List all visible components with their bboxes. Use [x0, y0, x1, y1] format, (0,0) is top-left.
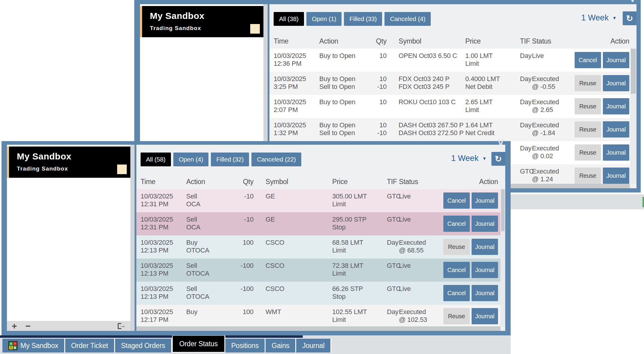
cell-line: 10/03/2025 — [141, 192, 186, 200]
cell-line: CSCO — [266, 239, 325, 247]
cell-status: Executed@ -0.55 — [530, 72, 574, 95]
cell-tif: Day — [380, 305, 396, 326]
journal-button[interactable]: Journal — [603, 168, 629, 184]
tab-order-status[interactable]: Order Status — [172, 335, 225, 352]
table-row: 10/03/20253:25 PMBuy to OpenSell to Open… — [269, 72, 636, 95]
period-dropdown[interactable]: 1 Week ▼ — [581, 13, 617, 23]
cancel-button[interactable]: Cancel — [443, 192, 470, 209]
reuse-button[interactable]: Reuse — [575, 98, 601, 114]
cell-line: Limit — [465, 60, 513, 68]
filter-filled[interactable]: Filled (32) — [211, 153, 249, 166]
filter-canceled[interactable]: Canceled (22) — [251, 153, 301, 166]
column-header-action: Action — [319, 33, 371, 49]
vertical-scrollbar[interactable] — [500, 189, 505, 326]
journal-button[interactable]: Journal — [603, 144, 629, 161]
cell-line: Live — [399, 192, 441, 200]
cell-line: 10/03/2025 — [141, 262, 186, 270]
cell-line: Live — [399, 262, 441, 270]
period-dropdown[interactable]: 1 Week ▼ — [451, 154, 487, 163]
cell-qty: -100 — [238, 259, 254, 282]
icon-cell: ▮ — [13, 346, 17, 350]
journal-button[interactable]: Journal — [603, 75, 629, 91]
cell-line: 305.00 LMT — [332, 192, 380, 200]
reuse-button[interactable]: Reuse — [443, 308, 470, 324]
cell-sym: FDX Oct03 240 PFDX Oct03 245 P — [387, 72, 458, 95]
cell-status: Live — [396, 282, 441, 305]
reuse-button[interactable]: Reuse — [575, 121, 601, 138]
filter-all[interactable]: All (58) — [141, 153, 171, 166]
panel-footer-toolbar: + − → — [7, 321, 130, 331]
horizontal-scrollbar[interactable] — [136, 326, 500, 331]
cell-line: 10/03/2025 — [141, 216, 186, 223]
journal-button[interactable]: Journal — [603, 121, 629, 138]
cell-line: GTC — [387, 216, 396, 223]
cell-line: 10/03/2025 — [274, 121, 319, 129]
filter-all[interactable]: All (38) — [274, 12, 304, 26]
filter-open[interactable]: Open (1) — [306, 12, 342, 26]
journal-button[interactable]: Journal — [472, 308, 498, 324]
tab-positions[interactable]: Positions — [225, 339, 266, 352]
journal-button[interactable]: Journal — [603, 98, 629, 114]
cell-sym: GE — [254, 212, 325, 235]
background-icon-fragment — [642, 197, 644, 207]
zoom-out-button[interactable]: − — [26, 322, 31, 331]
cell-line: OPEN Oct03 6.50 C — [399, 52, 458, 60]
reuse-button[interactable]: Reuse — [575, 75, 601, 91]
cell-line: OCA — [186, 223, 238, 231]
cancel-button[interactable]: Cancel — [575, 52, 601, 68]
column-header-tif: TIF — [380, 174, 396, 189]
cell-status: Executed@ -1.84 — [530, 118, 574, 141]
icon-cell: $ — [9, 346, 13, 350]
reuse-button[interactable]: Reuse — [575, 168, 601, 184]
journal-button[interactable]: Journal — [472, 216, 498, 232]
refresh-button[interactable]: ↻ — [491, 152, 505, 166]
tab-my-sandbox[interactable]: ▲○$▮My Sandbox — [2, 339, 65, 352]
cell-line: Executed — [532, 121, 574, 129]
cell-action: SellOCA — [186, 189, 238, 212]
tab-journal[interactable]: Journal — [296, 339, 331, 352]
cell-line: Executed — [532, 75, 574, 83]
export-button[interactable]: → — [118, 323, 126, 329]
filter-open[interactable]: Open (4) — [173, 153, 208, 166]
window-collapse-icon[interactable]: ∨ — [497, 139, 505, 145]
journal-button[interactable]: Journal — [603, 52, 629, 68]
journal-button[interactable]: Journal — [472, 285, 498, 301]
cell-qty: 10-10 — [371, 118, 387, 141]
zoom-in-button[interactable]: + — [12, 322, 17, 331]
cell-sym: ROKU Oct10 103 C — [387, 95, 458, 118]
cell-line: 12:13 PM — [141, 247, 186, 254]
cell-time: 10/03/202512:36 PM — [274, 49, 319, 72]
filter-filled[interactable]: Filled (33) — [344, 12, 382, 26]
tab-gains[interactable]: Gains — [266, 339, 296, 352]
cell-line: Buy to Open — [319, 52, 371, 60]
cell-line: 2.65 LMT — [465, 98, 513, 106]
cancel-button[interactable]: Cancel — [443, 216, 470, 232]
background-panel-fragment — [508, 194, 644, 209]
cell-action: Buy to OpenSell to Open — [319, 72, 371, 95]
table-header: TimeActionQtySymbolPriceTIFStatusAction — [136, 174, 505, 189]
cell-tif: GTC — [380, 259, 396, 282]
cell-line: 295.00 STP — [332, 216, 380, 223]
journal-button[interactable]: Journal — [472, 262, 498, 278]
export-arrow-icon: → — [119, 322, 126, 329]
journal-button[interactable]: Journal — [472, 239, 498, 255]
cell-actions: CancelJournal — [441, 189, 505, 212]
tab-order-ticket[interactable]: Order Ticket — [65, 339, 115, 352]
reuse-button[interactable]: Reuse — [575, 144, 601, 161]
journal-button[interactable]: Journal — [472, 192, 498, 209]
vertical-scrollbar[interactable] — [630, 49, 636, 184]
cell-time: 10/03/20253:25 PM — [274, 72, 319, 95]
table-row: 10/03/202512:17 PMBuy100WMT102.55 LMTLim… — [136, 305, 505, 326]
window-collapse-icon[interactable]: ∨ — [629, 0, 636, 1]
reuse-button[interactable]: Reuse — [443, 239, 470, 255]
cell-line: Limit — [465, 106, 513, 114]
filter-canceled[interactable]: Canceled (4) — [384, 12, 431, 26]
tab-label: Order Status — [179, 340, 218, 348]
tab-staged-orders[interactable]: Staged Orders — [115, 339, 172, 352]
cancel-button[interactable]: Cancel — [443, 285, 470, 301]
cancel-button[interactable]: Cancel — [443, 262, 470, 278]
refresh-button[interactable]: ↻ — [623, 11, 636, 25]
panel-scrollbar[interactable] — [130, 145, 135, 331]
cell-line: Buy to Open — [319, 98, 371, 106]
cell-price: 1.00 LMTLimit — [458, 49, 513, 72]
